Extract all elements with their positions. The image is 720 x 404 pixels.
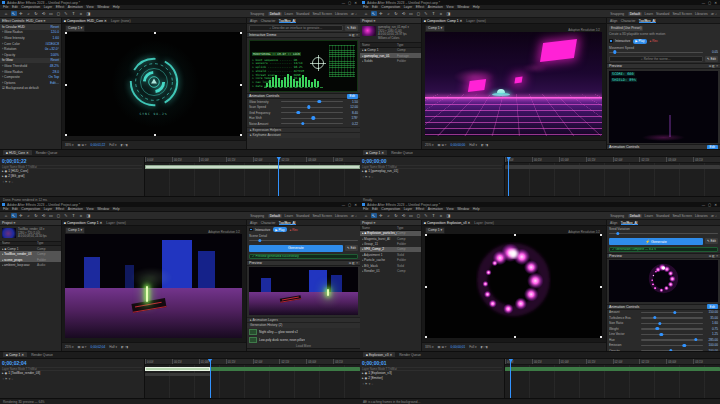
resolution-select[interactable]: Half ▾ bbox=[469, 143, 477, 147]
tool-icon[interactable]: ✛ bbox=[378, 213, 384, 218]
search-icon[interactable]: ⌕ bbox=[715, 12, 717, 16]
tool-icon[interactable]: ✎ bbox=[423, 11, 429, 16]
timeline-tab[interactable]: ■ Explosion_v3 ✕ bbox=[363, 352, 395, 357]
play-toggle[interactable]: ▶ Play bbox=[273, 227, 287, 232]
particle-preview[interactable] bbox=[609, 260, 718, 302]
tool-icon[interactable]: ◨ bbox=[86, 11, 92, 16]
interactive-demo-preview[interactable]: MONITORING :: CH-07 :: LOCK > boot seque… bbox=[249, 40, 358, 92]
workspace-tab[interactable]: Small Screen bbox=[672, 214, 692, 218]
panel-tab[interactable]: ToolBox_AI bbox=[639, 19, 656, 23]
slider-handle[interactable] bbox=[297, 111, 300, 114]
timeline-switch-icons[interactable]: ◔ ⚑ ✦ ⌗ bbox=[2, 180, 142, 184]
viewer-timecode[interactable]: 0;00;00;01 bbox=[451, 345, 466, 349]
slider-handle[interactable] bbox=[318, 100, 321, 103]
panel-tab[interactable]: Align bbox=[610, 221, 617, 225]
tool-icon[interactable]: ◨ bbox=[446, 11, 452, 16]
slider-handle[interactable] bbox=[653, 316, 656, 319]
slider-value[interactable]: 285.00 bbox=[705, 338, 718, 342]
slider-track[interactable] bbox=[641, 312, 703, 313]
search-icon[interactable]: ⌕ bbox=[355, 214, 357, 218]
tool-icon[interactable]: ▭ bbox=[408, 213, 414, 218]
workspace-tab[interactable]: Default bbox=[268, 214, 281, 218]
history-item[interactable]: Night alley — glow sword v2 bbox=[247, 328, 360, 336]
slider-handle[interactable] bbox=[301, 122, 304, 125]
column-name[interactable]: Name bbox=[362, 43, 397, 47]
composition-canvas[interactable] bbox=[425, 32, 602, 136]
viewer-timecode[interactable]: 0;00;01;22 bbox=[91, 143, 106, 147]
tool-icon[interactable]: ✎ bbox=[63, 11, 69, 16]
slider-track[interactable] bbox=[641, 328, 703, 329]
menu-item[interactable]: File bbox=[3, 207, 8, 211]
menu-item[interactable]: Animation bbox=[68, 207, 83, 211]
workspace-tab[interactable]: Learn bbox=[645, 214, 653, 218]
property-value[interactable]: Edit… bbox=[50, 81, 59, 85]
render-queue-tab[interactable]: Render Queue bbox=[399, 353, 421, 357]
workspace-tab[interactable]: Default bbox=[628, 12, 641, 16]
edit-controls-button[interactable]: Edit bbox=[347, 94, 359, 99]
rec-indicator[interactable]: ● Rec bbox=[289, 228, 297, 232]
window-buttons[interactable]: — ▢ ✕ bbox=[702, 203, 718, 207]
panel-tab[interactable]: ToolBox_AI bbox=[279, 19, 296, 23]
edit-button[interactable]: ✎ Edit bbox=[345, 245, 358, 251]
window-buttons[interactable]: — ▢ ✕ bbox=[702, 1, 718, 5]
composition-tab[interactable]: ■ Composition: Comp 1 ✕ bbox=[424, 19, 462, 23]
tool-icon[interactable]: T bbox=[71, 11, 77, 16]
slider-track[interactable] bbox=[641, 350, 703, 351]
resolution-select[interactable]: Full ▾ bbox=[109, 143, 116, 147]
tool-icon[interactable]: ⌕ bbox=[386, 11, 392, 16]
workspace-tab[interactable]: ≫ bbox=[711, 214, 714, 218]
slider-value[interactable]: 100.00 bbox=[705, 349, 718, 351]
layer-tab[interactable]: Layer: (none) bbox=[466, 19, 486, 23]
slider-track[interactable] bbox=[281, 118, 343, 119]
viewer-icons[interactable]: ▦ ⊞ ⌖ bbox=[78, 143, 87, 147]
viewer-icons-right[interactable]: ◧ ◨ bbox=[121, 143, 128, 147]
slider-track[interactable] bbox=[641, 339, 703, 340]
viewer-icons-right[interactable]: ◧ ◨ bbox=[481, 345, 488, 349]
slider-handle[interactable] bbox=[669, 349, 672, 351]
comp-selector-button[interactable]: Comp 1 ▾ bbox=[65, 227, 85, 234]
preview-icons[interactable]: ⊞ ◧ ≡ bbox=[709, 254, 718, 258]
section-icons[interactable]: ⊞ ◧ ≡ bbox=[349, 33, 358, 37]
column-type[interactable]: Type bbox=[397, 43, 419, 47]
panel-tab[interactable]: Character bbox=[621, 19, 635, 23]
clip-bar[interactable] bbox=[145, 373, 210, 376]
viewer-timecode[interactable]: 0;00;02;04 bbox=[91, 345, 106, 349]
property-value[interactable]: 28.0 bbox=[53, 70, 59, 74]
snapping-toggle[interactable]: Snapping bbox=[250, 214, 264, 218]
tool-icon[interactable]: ◻ bbox=[56, 11, 62, 16]
prompt-input[interactable]: ⌕ Refine the scene… bbox=[609, 56, 703, 62]
tool-icon[interactable]: ◻ bbox=[56, 213, 62, 218]
timeline-tracks-area[interactable]: 0;00f00;15f01;00f01;15f02;00f02;15f03;00… bbox=[145, 359, 360, 399]
track-lane[interactable] bbox=[145, 163, 360, 196]
rec-indicator[interactable]: ● Rec bbox=[649, 39, 657, 43]
slider-track[interactable] bbox=[249, 240, 358, 241]
tool-icon[interactable]: ⟲ bbox=[401, 11, 407, 16]
zoom-select[interactable]: 33% ▾ bbox=[65, 143, 74, 147]
workspace-tab[interactable]: Standard bbox=[656, 214, 669, 218]
tool-icon[interactable]: ↖ bbox=[11, 213, 17, 218]
selection-handle[interactable] bbox=[425, 286, 427, 288]
slider-value[interactable]: 150.00 bbox=[705, 310, 718, 314]
menu-item[interactable]: Layer bbox=[404, 5, 412, 9]
layer-row[interactable]: ▸ ◉ 2 [BG_grid] bbox=[2, 174, 142, 179]
project-item-row[interactable]: ▪ Group_11Folder bbox=[360, 241, 421, 246]
generate-button[interactable]: ⚡ Generate bbox=[609, 238, 703, 245]
composition-tab[interactable]: ■ Composition: Comp 1 ✕ bbox=[64, 221, 102, 225]
current-timecode[interactable]: 0;00;00;00 bbox=[362, 158, 502, 164]
slider-track[interactable] bbox=[281, 123, 343, 124]
footage-thumbnail[interactable] bbox=[2, 228, 16, 238]
prompt-input[interactable]: ⌕ Describe an interface to generate… bbox=[249, 25, 343, 31]
layer-row[interactable]: ▸ ◉ 2 [Emitter] bbox=[362, 376, 502, 381]
menu-item[interactable]: View bbox=[86, 207, 93, 211]
menu-item[interactable]: Layer bbox=[44, 207, 52, 211]
tool-icon[interactable]: ↻ bbox=[393, 11, 399, 16]
selection-handle[interactable] bbox=[425, 234, 427, 236]
project-item-row[interactable]: ▸ ■ Comp 1Comp bbox=[360, 48, 421, 53]
selection-handle[interactable] bbox=[154, 32, 156, 34]
slider-handle[interactable] bbox=[673, 311, 676, 314]
slider-track[interactable] bbox=[641, 334, 703, 335]
interactive-checkbox[interactable] bbox=[609, 39, 613, 43]
window-buttons[interactable]: — ▢ ✕ bbox=[342, 203, 358, 207]
project-item-row[interactable]: ▪ Magenta_burst_AIComp bbox=[360, 236, 421, 241]
menu-item[interactable]: Composition bbox=[381, 207, 400, 211]
